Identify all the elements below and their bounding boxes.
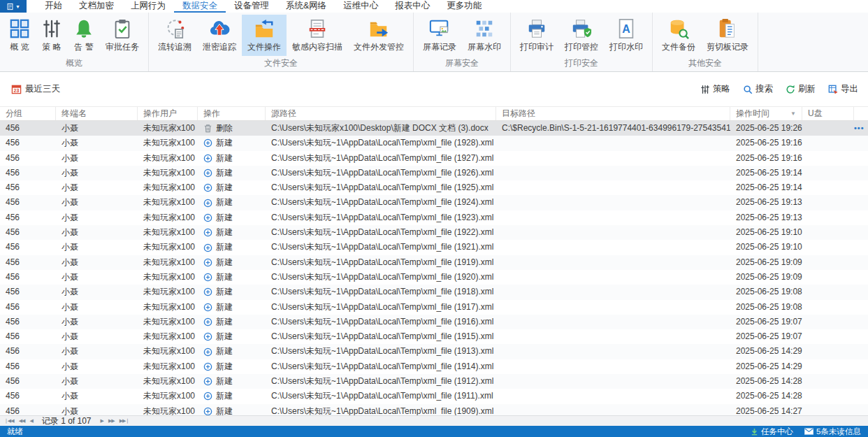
ribbon-item-screen-watermark[interactable]: 屏幕水印 xyxy=(462,15,507,56)
column-header-source-path[interactable]: 源路径 xyxy=(266,107,496,120)
row-actions-button[interactable] xyxy=(854,210,868,225)
row-actions-button[interactable] xyxy=(854,180,868,195)
policy-button[interactable]: 策略 xyxy=(700,83,730,95)
column-header-time[interactable]: 操作时间▼ xyxy=(730,107,802,120)
table-row[interactable]: 456 小聂 未知玩家x100 新建 C:\Users\未知玩~1\AppDat… xyxy=(0,374,868,389)
operation-label: 新建 xyxy=(216,151,233,166)
ribbon-item-sensitive-scan[interactable]: 敏感内容扫描 xyxy=(287,15,348,56)
row-actions-button[interactable] xyxy=(854,285,868,299)
table-row[interactable]: 456 小聂 未知玩家x100 新建 C:\Users\未知玩~1\AppDat… xyxy=(0,151,868,166)
ribbon-item-file-backup[interactable]: 文件备份 xyxy=(656,15,701,56)
ribbon-item-file-operations[interactable]: 文件操作 xyxy=(242,15,287,56)
table-row[interactable]: 456 小聂 未知玩家x100 删除 C:\Users\未知玩家x100\Des… xyxy=(0,121,868,136)
column-header-terminal[interactable]: 终端名 xyxy=(56,107,138,120)
cell-group: 456 xyxy=(0,285,56,299)
row-actions-button[interactable] xyxy=(854,136,868,150)
cell-time: 2025-06-25 19:07:57 xyxy=(730,329,802,344)
table-row[interactable]: 456 小聂 未知玩家x100 新建 C:\Users\未知玩~1\AppDat… xyxy=(0,359,868,374)
add-icon xyxy=(203,258,212,267)
task-center-button[interactable]: 任务中心 xyxy=(751,427,793,437)
ribbon-item-label: 审批任务 xyxy=(106,41,139,53)
cell-group: 456 xyxy=(0,329,56,344)
table-row[interactable]: 456 小聂 未知玩家x100 新建 C:\Users\未知玩~1\AppDat… xyxy=(0,136,868,150)
row-actions-button[interactable] xyxy=(854,389,868,403)
table-row[interactable]: 456 小聂 未知玩家x100 新建 C:\Users\未知玩~1\AppDat… xyxy=(0,344,868,359)
table-row[interactable]: 456 小聂 未知玩家x100 新建 C:\Users\未知玩~1\AppDat… xyxy=(0,389,868,403)
ribbon-item-alert[interactable]: 告 警 xyxy=(68,15,100,56)
prev-fast-button[interactable]: ◀◀ xyxy=(19,418,25,424)
row-actions-button[interactable] xyxy=(854,359,868,374)
tab-start[interactable]: 开始 xyxy=(36,0,71,13)
tab-web-behavior[interactable]: 上网行为 xyxy=(122,0,174,13)
row-actions-button[interactable] xyxy=(854,166,868,180)
table-row[interactable]: 456 小聂 未知玩家x100 新建 C:\Users\未知玩~1\AppDat… xyxy=(0,180,868,195)
row-actions-button[interactable] xyxy=(854,151,868,166)
row-actions-button[interactable] xyxy=(854,329,868,344)
svg-text:23: 23 xyxy=(14,88,20,93)
table-row[interactable]: 456 小聂 未知玩家x100 新建 C:\Users\未知玩~1\AppDat… xyxy=(0,210,868,225)
tab-system-network[interactable]: 系统&网络 xyxy=(277,0,335,13)
column-header-operation[interactable]: 操作 xyxy=(198,107,266,120)
tab-data-security[interactable]: 数据安全 xyxy=(174,0,226,13)
column-header-usb[interactable]: U盘 xyxy=(802,107,854,120)
ribbon-item-print-watermark[interactable]: A 打印水印 xyxy=(604,15,649,56)
tab-report-center[interactable]: 报表中心 xyxy=(386,0,438,13)
row-actions-button[interactable] xyxy=(854,270,868,285)
table-row[interactable]: 456 小聂 未知玩家x100 新建 C:\Users\未知玩~1\AppDat… xyxy=(0,225,868,240)
row-actions-button[interactable] xyxy=(854,225,868,240)
cell-target-path xyxy=(496,374,730,389)
ribbon-item-flow-trace[interactable]: 流转追溯 xyxy=(152,15,197,56)
table-row[interactable]: 456 小聂 未知玩家x100 新建 C:\Users\未知玩~1\AppDat… xyxy=(0,195,868,210)
first-page-button[interactable]: ❘◀◀ xyxy=(4,418,14,424)
row-actions-button[interactable] xyxy=(854,255,868,270)
table-row[interactable]: 456 小聂 未知玩家x100 新建 C:\Users\未知玩~1\AppDat… xyxy=(0,270,868,285)
row-actions-button[interactable] xyxy=(854,195,868,210)
column-header-target-path[interactable]: 目标路径 xyxy=(496,107,730,120)
ribbon-item-approval-tasks[interactable]: 审批任务 xyxy=(100,15,145,56)
ribbon-item-print-audit[interactable]: 打印审计 xyxy=(514,15,559,56)
last-page-button[interactable]: ▶▶❘ xyxy=(120,418,129,424)
prev-page-button[interactable]: ◀ xyxy=(29,418,32,424)
ribbon-item-clipboard-records[interactable]: 剪切板记录 xyxy=(701,15,754,56)
ribbon-item-overview[interactable]: 概 览 xyxy=(3,15,36,56)
cell-terminal: 小聂 xyxy=(56,315,138,329)
ribbon-item-print-control[interactable]: 打印管控 xyxy=(559,15,604,56)
export-button[interactable]: 导出 xyxy=(828,83,858,95)
table-row[interactable]: 456 小聂 未知玩家x100 新建 C:\Users\未知玩~1\AppDat… xyxy=(0,300,868,315)
table-row[interactable]: 456 小聂 未知玩家x100 新建 C:\Users\未知玩~1\AppDat… xyxy=(0,329,868,344)
table-row[interactable]: 456 小聂 未知玩家x100 新建 C:\Users\未知玩~1\AppDat… xyxy=(0,240,868,255)
row-actions-button[interactable] xyxy=(854,240,868,255)
row-actions-button[interactable] xyxy=(854,374,868,389)
ribbon-item-policy[interactable]: 策 略 xyxy=(36,15,68,56)
sort-dropdown-icon[interactable]: ▼ xyxy=(790,107,796,120)
ribbon-item-screen-recording[interactable]: 屏幕记录 xyxy=(417,15,462,56)
column-header-user[interactable]: 操作用户 xyxy=(138,107,198,120)
tab-more-features[interactable]: 更多功能 xyxy=(438,0,490,13)
task-center-label: 任务中心 xyxy=(761,427,793,437)
unread-messages-button[interactable]: 5条未读信息 xyxy=(804,427,861,437)
row-actions-button[interactable] xyxy=(854,300,868,315)
next-page-button[interactable]: ▶ xyxy=(101,418,103,424)
app-menu-button[interactable]: ▼ xyxy=(0,0,27,13)
column-header-group[interactable]: 分组 xyxy=(0,107,56,120)
table-row[interactable]: 456 小聂 未知玩家x100 新建 C:\Users\未知玩~1\AppDat… xyxy=(0,285,868,299)
row-actions-button[interactable] xyxy=(854,344,868,359)
ribbon-item-leak-tracking[interactable]: 泄密追踪 xyxy=(197,15,242,56)
tab-doc-encryption[interactable]: 文档加密 xyxy=(71,0,122,13)
operation-label: 新建 xyxy=(216,389,233,403)
cell-group: 456 xyxy=(0,300,56,315)
table-row[interactable]: 456 小聂 未知玩家x100 新建 C:\Users\未知玩~1\AppDat… xyxy=(0,404,868,415)
next-fast-button[interactable]: ▶▶ xyxy=(108,418,115,424)
row-actions-button[interactable]: ••• xyxy=(854,121,868,136)
tab-device-management[interactable]: 设备管理 xyxy=(226,0,277,13)
table-row[interactable]: 456 小聂 未知玩家x100 新建 C:\Users\未知玩~1\AppDat… xyxy=(0,315,868,329)
date-range-filter[interactable]: 23 最近三天 xyxy=(11,83,60,95)
row-actions-button[interactable] xyxy=(854,315,868,329)
tab-ops-center[interactable]: 运维中心 xyxy=(335,0,386,13)
table-row[interactable]: 456 小聂 未知玩家x100 新建 C:\Users\未知玩~1\AppDat… xyxy=(0,166,868,180)
row-actions-button[interactable] xyxy=(854,404,868,415)
table-row[interactable]: 456 小聂 未知玩家x100 新建 C:\Users\未知玩~1\AppDat… xyxy=(0,255,868,270)
ribbon-item-outgoing-control[interactable]: 文件外发管控 xyxy=(348,15,410,56)
refresh-button[interactable]: 刷新 xyxy=(786,83,816,95)
search-button[interactable]: 搜索 xyxy=(743,83,773,95)
